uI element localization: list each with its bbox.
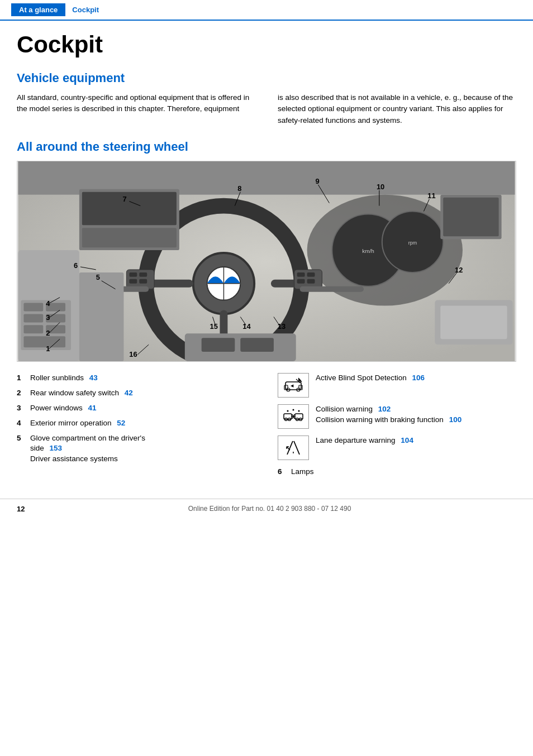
- part-number-2: 2: [17, 388, 30, 399]
- lane-departure-icon-box: [278, 436, 309, 460]
- part-desc-3: Power windows 41: [30, 403, 255, 414]
- svg-text:7: 7: [122, 195, 126, 203]
- svg-rect-20: [139, 279, 147, 284]
- intro-col-right: is also described that is not available …: [278, 92, 516, 126]
- steering-wheel-diagram: km/h rpm: [17, 161, 516, 362]
- svg-rect-22: [297, 272, 305, 277]
- svg-rect-19: [129, 279, 137, 284]
- svg-rect-25: [307, 279, 315, 284]
- svg-rect-37: [23, 325, 43, 333]
- svg-rect-29: [202, 338, 235, 352]
- svg-rect-27: [300, 286, 364, 292]
- part-page-1: 43: [89, 374, 98, 382]
- svg-rect-35: [23, 314, 43, 322]
- part-number-5: 5: [17, 433, 30, 465]
- collision-warning-icon-box: [278, 404, 309, 429]
- breadcrumb-at-glance: At a glance: [11, 3, 65, 16]
- part-page-3: 41: [88, 404, 97, 412]
- svg-text:2: 2: [46, 329, 50, 337]
- svg-text:9: 9: [316, 177, 320, 185]
- part-number-1: 1: [17, 373, 30, 384]
- part-desc-6: Lamps: [291, 467, 516, 477]
- intro-text-left: All standard, country-specific and optio…: [17, 92, 255, 115]
- lane-departure-icon: [283, 438, 304, 458]
- svg-rect-18: [139, 272, 147, 277]
- svg-text:11: 11: [427, 192, 435, 200]
- svg-rect-40: [79, 272, 124, 361]
- parts-left-column: 1 Roller sunblinds 43 2 Rear window safe…: [17, 373, 272, 482]
- lane-text: Lane departure warning 104: [316, 436, 516, 446]
- collision-warning-icon: [283, 406, 304, 427]
- svg-rect-17: [129, 272, 137, 277]
- parts-section: 1 Roller sunblinds 43 2 Rear window safe…: [17, 373, 516, 482]
- part-item-1: 1 Roller sunblinds 43: [17, 373, 255, 384]
- blind-spot-text: Active Blind Spot Detection 106: [316, 373, 516, 384]
- intro-text-right: is also described that is not available …: [278, 92, 516, 126]
- svg-text:16: 16: [129, 350, 137, 358]
- svg-rect-24: [297, 279, 305, 284]
- svg-text:◀: ◀: [291, 384, 294, 387]
- part-desc-5: Glove compartment on the driver'sside 15…: [30, 433, 255, 465]
- svg-rect-43: [82, 228, 177, 247]
- part-desc-1: Roller sunblinds 43: [30, 373, 255, 384]
- active-blind-spot-icon: ◀: [283, 375, 304, 395]
- svg-rect-30: [240, 338, 274, 352]
- part-item-4: 4 Exterior mirror operation 52: [17, 418, 255, 429]
- svg-text:1: 1: [46, 344, 50, 353]
- svg-rect-39: [23, 336, 65, 347]
- intro-section: All standard, country-specific and optio…: [17, 92, 516, 126]
- part-item-6: 6 Lamps: [278, 467, 516, 477]
- svg-text:8: 8: [237, 184, 241, 193]
- svg-rect-42: [82, 192, 177, 226]
- blind-spot-page: 106: [412, 374, 425, 382]
- part-item-2: 2 Rear window safety switch 42: [17, 388, 255, 399]
- main-content: Cockpit Vehicle equipment All standard, …: [0, 21, 533, 499]
- part-number-3: 3: [17, 403, 30, 414]
- svg-text:13: 13: [278, 322, 285, 331]
- svg-rect-47: [440, 305, 507, 339]
- part-number-4: 4: [17, 418, 30, 429]
- svg-line-97: [294, 441, 299, 454]
- svg-text:14: 14: [242, 322, 251, 331]
- part-desc-4: Exterior mirror operation 52: [30, 418, 255, 429]
- part-number-6: 6: [278, 467, 291, 477]
- svg-point-93: [287, 410, 289, 412]
- vehicle-equipment-heading: Vehicle equipment: [17, 71, 516, 85]
- svg-rect-23: [307, 272, 315, 277]
- svg-point-94: [293, 409, 294, 410]
- part-item-5: 5 Glove compartment on the driver'sside …: [17, 433, 255, 465]
- svg-rect-33: [23, 303, 43, 312]
- svg-text:12: 12: [455, 266, 463, 274]
- part-page-2: 42: [125, 389, 133, 397]
- svg-point-95: [298, 410, 300, 412]
- svg-text:3: 3: [46, 313, 50, 322]
- footer-right-spacer: [515, 505, 516, 513]
- parts-right-column: ◀ Active Blind Spot Detection 106: [272, 373, 516, 482]
- breadcrumb-cockpit: Cockpit: [72, 6, 99, 14]
- svg-text:10: 10: [377, 183, 384, 191]
- collision-text: Collision warning 102 Collision warning …: [316, 404, 516, 425]
- footer: 12 Online Edition for Part no. 01 40 2 9…: [0, 499, 533, 519]
- right-item-collision: Collision warning 102 Collision warning …: [278, 404, 516, 429]
- intro-col-left: All standard, country-specific and optio…: [17, 92, 255, 126]
- svg-text:4: 4: [46, 299, 50, 307]
- part-item-3: 3 Power windows 41: [17, 403, 255, 414]
- svg-rect-45: [443, 198, 498, 237]
- right-item-lane: Lane departure warning 104: [278, 436, 516, 460]
- footer-center-text: Online Edition for Part no. 01 40 2 903 …: [25, 505, 514, 513]
- lane-page: 104: [401, 436, 413, 444]
- collision-braking-page: 100: [449, 415, 462, 424]
- part-page-4: 52: [117, 419, 125, 427]
- svg-text:6: 6: [74, 261, 78, 270]
- breadcrumb-bar: At a glance Cockpit: [0, 0, 533, 21]
- footer-page-number: 12: [17, 505, 25, 513]
- right-item-blind-spot: ◀ Active Blind Spot Detection 106: [278, 373, 516, 398]
- page-title: Cockpit: [17, 32, 516, 58]
- svg-text:rpm: rpm: [408, 240, 417, 246]
- steering-wheel-heading: All around the steering wheel: [17, 140, 516, 154]
- diagram-svg: km/h rpm: [17, 161, 516, 361]
- part-desc-2: Rear window safety switch 42: [30, 388, 255, 399]
- collision-page: 102: [378, 405, 391, 413]
- svg-text:5: 5: [96, 273, 100, 281]
- svg-text:15: 15: [210, 322, 218, 331]
